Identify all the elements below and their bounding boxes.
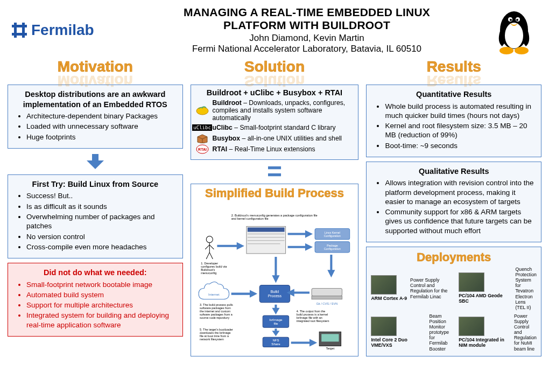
list-item: Community support for x86 & ARM targets …	[385, 207, 534, 235]
mot3-title: Did not do what we needed:	[15, 268, 176, 278]
step5-label: 5. The target's bootloaderdownloads the …	[200, 328, 233, 341]
list-item: Boot-time: ~9 seconds	[385, 141, 534, 150]
svg-point-5	[505, 23, 523, 48]
solution-item-rtai: RTAI RTAI – Real-Time Linux extensions	[195, 144, 354, 154]
motivation-box-2: First Try: Build Linux from Source Succe…	[8, 174, 183, 258]
step2-label: 2. Buildroot's menuconfig generates a pa…	[231, 214, 317, 220]
diagram-title: Simplified Build Process	[193, 186, 356, 200]
quant-title: Quantitative Results	[373, 89, 534, 100]
list-item: Architecture-dependent binary Packages	[26, 111, 176, 121]
svg-line-18	[209, 245, 214, 249]
svg-line-19	[206, 253, 209, 259]
solution-title: Solution Solution	[191, 59, 359, 80]
list-item: Automated build system	[26, 290, 176, 299]
kernel-cfg: Linux KernelConfiguration	[323, 231, 340, 237]
solution-box: Buildroot + uClibc + Busybox + RTAI Buil…	[191, 85, 359, 160]
svg-rect-3	[12, 33, 27, 36]
motivation-column: Motivation Motivation Desktop distributi…	[8, 59, 183, 356]
list-item: Integrated system for building and deplo…	[26, 311, 176, 330]
list-item: Kernel and root filesystem size: 3.5 MB …	[385, 121, 534, 140]
solution-item-uclibc: uClibc uClibc – Small-footprint standard…	[195, 123, 354, 132]
svg-rect-22	[248, 227, 285, 232]
title-block: MANAGING A REAL-TIME EMBEDDED LINUX PLAT…	[124, 6, 490, 54]
authors: John Diamond, Kevin Martin	[124, 33, 490, 44]
motivation-box-3: Did not do what we needed: Small-footpri…	[8, 263, 183, 337]
solution-item-busybox: Busybox – all-in-one UNIX utilities and …	[195, 134, 354, 143]
list-item: No version control	[26, 232, 176, 241]
list-item: Whole build process is automated resulti…	[385, 102, 534, 121]
equals-icon: =	[267, 164, 282, 179]
arrow-down-icon	[85, 153, 106, 170]
poster-header: Fermilab MANAGING A REAL-TIME EMBEDDED L…	[0, 0, 549, 58]
fermilab-icon	[11, 22, 28, 39]
list-item: Support for multiple architectures	[26, 300, 176, 310]
deployments-title: Deployments	[371, 250, 537, 264]
poster-title-line1: MANAGING A REAL-TIME EMBEDDED LINUX	[124, 6, 490, 19]
svg-rect-31	[312, 296, 342, 299]
svg-rect-35	[321, 334, 339, 341]
svg-point-9	[516, 19, 518, 21]
poster-columns: Motivation Motivation Desktop distributi…	[0, 59, 549, 362]
svg-line-17	[205, 245, 209, 249]
svg-point-8	[510, 19, 512, 21]
deployments-box: Deployments ARM Cortex A-9 Power Supply …	[366, 247, 541, 356]
list-item: Small-footprint network bootable image	[26, 280, 176, 289]
list-item: Success! But..	[26, 191, 176, 200]
svg-line-20	[209, 253, 213, 259]
fermilab-logo: Fermilab	[11, 22, 124, 39]
qual-results-box: Qualitative Results Allows integration w…	[366, 162, 541, 242]
deployment-photo	[371, 317, 397, 336]
quant-results-box: Quantitative Results Whole build process…	[366, 85, 541, 157]
solution-heading: Buildroot + uClibc + Busybox + RTAI	[195, 88, 354, 97]
uclibc-icon: uClibc	[195, 123, 209, 132]
svg-point-15	[206, 236, 213, 243]
tux-logo	[490, 4, 538, 55]
step4-label: 4. The output from thebuild process is a…	[296, 310, 329, 323]
build-process-diagram: 1. Developerconfigures build viaBuildroo…	[193, 201, 356, 354]
motivation-title: Motivation Motivation	[8, 59, 183, 80]
list-item: Loaded with unnecessary software	[26, 122, 176, 131]
deployment-photo	[371, 275, 397, 295]
list-item: Is as difficult as it sounds	[26, 202, 176, 211]
step1-label: 1. Developerconfigures build viaBuildroo…	[201, 262, 227, 275]
deployment-item: PC/104 Integrated in NIM module Power Su…	[459, 313, 537, 352]
affiliation: Fermi National Accelerator Laboratory, B…	[124, 44, 490, 54]
deployment-item: PC/104 AMD Geode SBC Quench Protection S…	[459, 267, 537, 310]
busybox-icon	[195, 134, 209, 143]
mot1-title2: implementation of an Embedded RTOS	[23, 100, 167, 109]
svn-label: Git / CVS / SVN	[316, 302, 337, 305]
target-label: Target	[326, 347, 334, 350]
step3-label: 3. The build process pullssoftware packa…	[200, 303, 233, 319]
solution-column: Solution Solution Buildroot + uClibc + B…	[191, 59, 359, 356]
svg-point-10	[499, 47, 513, 54]
motivation-box-1: Desktop distributions are an awkward imp…	[8, 85, 183, 149]
list-item: Allows integration with revision control…	[385, 178, 534, 206]
solution-item-buildroot: Buildroot – Downloads, unpacks, configur…	[195, 99, 354, 122]
svg-point-11	[515, 47, 529, 54]
diagram-box: Simplified Build Process 1. Developercon…	[191, 184, 359, 356]
internet-label: Internet	[208, 293, 220, 296]
svg-rect-2	[12, 25, 27, 27]
results-column: Results Results Quantitative Results Who…	[366, 59, 541, 356]
results-title: Results Results	[366, 59, 541, 80]
deployment-item: Intel Core 2 Duo VME/VXS Beam Position M…	[371, 313, 449, 352]
mot1-title1: Desktop distributions are an awkward	[25, 90, 165, 99]
deployment-photo	[459, 272, 484, 292]
fermilab-text: Fermilab	[31, 22, 94, 39]
svg-text:RTAI: RTAI	[198, 148, 207, 151]
qual-title: Qualitative Results	[373, 166, 534, 177]
list-item: Overwhelming number of packages and patc…	[26, 212, 176, 231]
deployment-item: ARM Cortex A-9 Power Supply Control and …	[371, 267, 449, 310]
deployment-photo	[459, 317, 484, 336]
list-item: Cross-compile even more headaches	[26, 242, 176, 251]
svg-rect-30	[312, 289, 342, 296]
rtai-icon: RTAI	[195, 144, 209, 154]
list-item: Huge footprints	[26, 132, 176, 142]
buildroot-icon	[195, 106, 209, 115]
poster-title-line2: PLATFORM WITH BUILDROOT	[124, 19, 490, 32]
mot2-title: First Try: Build Linux from Source	[15, 179, 176, 190]
